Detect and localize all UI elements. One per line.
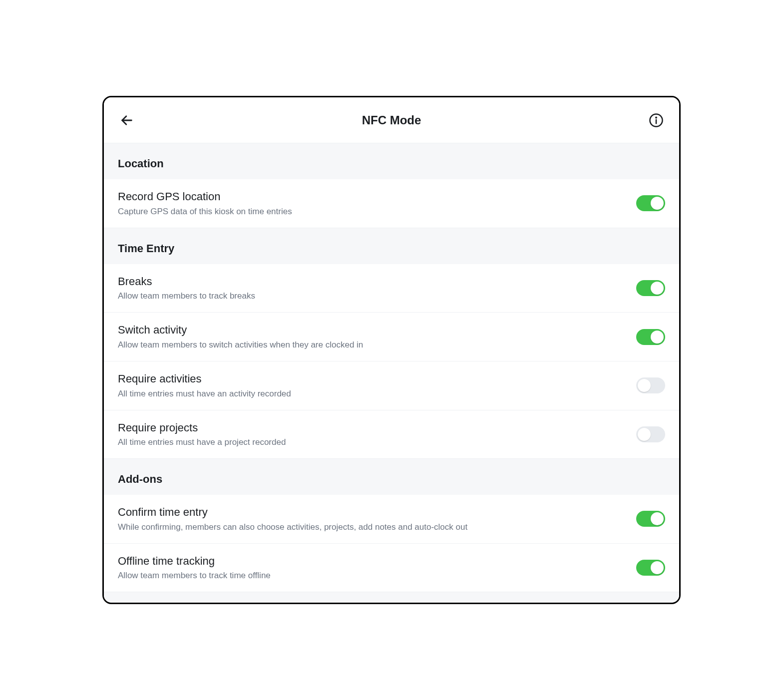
toggle-switch-activity[interactable] — [636, 329, 665, 345]
toggle-require-activities[interactable] — [636, 377, 665, 393]
toggle-require-projects[interactable] — [636, 426, 665, 442]
arrow-left-icon — [120, 113, 134, 127]
app-frame: NFC Mode Location Record GPS location Ca… — [102, 96, 681, 604]
row-breaks: Breaks Allow team members to track break… — [104, 264, 679, 313]
row-require-projects: Require projects All time entries must h… — [104, 410, 679, 459]
toggle-offline-tracking[interactable] — [636, 560, 665, 576]
toggle-confirm-time-entry[interactable] — [636, 511, 665, 527]
toggle-record-gps[interactable] — [636, 195, 665, 211]
svg-point-3 — [656, 117, 657, 118]
row-offline-tracking: Offline time tracking Allow team members… — [104, 544, 679, 593]
row-subtitle: All time entries must have a project rec… — [118, 437, 626, 448]
row-title: Require activities — [118, 371, 626, 386]
row-subtitle: Allow team members to switch activities … — [118, 340, 626, 351]
row-subtitle: Allow team members to track breaks — [118, 291, 626, 302]
row-subtitle: Capture GPS data of this kiosk on time e… — [118, 206, 626, 218]
row-title: Confirm time entry — [118, 505, 626, 520]
row-switch-activity: Switch activity Allow team members to sw… — [104, 313, 679, 361]
settings-content: Location Record GPS location Capture GPS… — [104, 143, 679, 603]
footer-space — [104, 592, 679, 603]
back-button[interactable] — [118, 111, 136, 129]
toggle-breaks[interactable] — [636, 280, 665, 296]
row-subtitle: Allow team members to track time offline — [118, 570, 626, 582]
row-title: Switch activity — [118, 323, 626, 338]
info-icon — [649, 113, 664, 128]
section-heading-addons: Add-ons — [104, 459, 679, 495]
info-button[interactable] — [647, 111, 665, 129]
row-subtitle: All time entries must have an activity r… — [118, 388, 626, 400]
row-title: Require projects — [118, 420, 626, 435]
row-subtitle: While confirming, members can also choos… — [118, 522, 626, 533]
row-require-activities: Require activities All time entries must… — [104, 361, 679, 410]
section-heading-time-entry: Time Entry — [104, 228, 679, 264]
row-title: Breaks — [118, 274, 626, 289]
row-title: Record GPS location — [118, 189, 626, 204]
row-title: Offline time tracking — [118, 554, 626, 569]
page-title: NFC Mode — [362, 113, 421, 127]
row-record-gps: Record GPS location Capture GPS data of … — [104, 179, 679, 228]
section-heading-location: Location — [104, 143, 679, 179]
row-confirm-time-entry: Confirm time entry While confirming, mem… — [104, 495, 679, 544]
header-bar: NFC Mode — [104, 97, 679, 143]
